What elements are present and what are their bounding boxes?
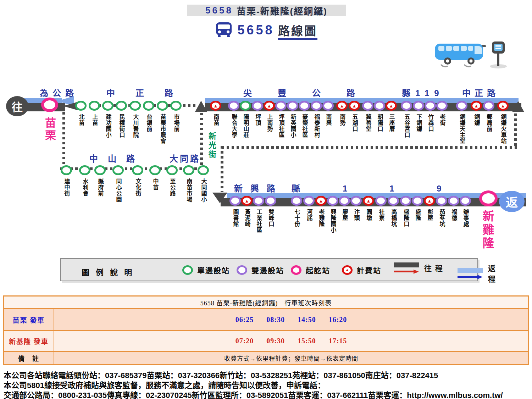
stop-icon (483, 101, 494, 111)
departure-time: 14:50 (298, 316, 316, 324)
station-label: 同心公園 (115, 178, 121, 203)
station-label: 福泰新村 (314, 114, 320, 138)
stop-icon (327, 196, 338, 206)
stop-icon (401, 101, 412, 111)
destination-station-label: 新雞隆 (482, 210, 493, 250)
legend-title: 圖 例 說 明 (82, 266, 134, 277)
station-label: 辦事處 (462, 209, 469, 227)
station-label: 圓墩 (366, 209, 372, 221)
note-label: 備 註 (4, 352, 54, 364)
stop-icon (89, 101, 100, 111)
fare-stop-icon: ▲ (363, 196, 374, 206)
station-label: 廖屋 (342, 209, 348, 221)
stop-icon (61, 165, 72, 175)
departure-time: 16:20 (329, 316, 347, 324)
single-side-stop-icon (182, 265, 193, 275)
return-badge: 返 (499, 191, 525, 212)
connector-arrow-icon (512, 101, 524, 112)
station-label: 銅鑼火車站 (500, 114, 506, 144)
connector-arrow-icon (212, 193, 227, 203)
timetable: 5658 苗栗-新雞隆(經銅鑼) 行車班次時刻表 苗栗 發車 06:2508:3… (3, 295, 529, 365)
note-text: 收費方式→依里程計費；發車時間→依表定時間 (54, 352, 528, 364)
stop-icon (400, 196, 411, 206)
stop-icon (75, 101, 87, 111)
timetable-row-note: 備 註 收費方式→依里程計費；發車時間→依表定時間 (4, 352, 528, 364)
stop-icon (456, 101, 467, 111)
departure-time: 07:20 (235, 337, 254, 345)
stop-icon (374, 101, 385, 111)
stop-icon (311, 101, 322, 111)
station-label: 台銀前 (146, 114, 152, 132)
dotted-route-line (200, 113, 203, 169)
station-label: 水利會 (82, 178, 88, 196)
dotted-route-line (221, 146, 223, 192)
destination-station-marker (479, 190, 498, 206)
station-label: 南勢 (339, 114, 345, 126)
station-label: 大同國小 (200, 178, 206, 203)
origin-station-label: 苗栗 (44, 117, 55, 142)
stop-icon (229, 196, 241, 206)
fare-stop-icon: ▲ (241, 196, 253, 206)
departure-times: 06:2508:3014:5016:20 (54, 309, 528, 330)
station-label: 三座厝 (388, 114, 394, 132)
station-label: 文化街 (135, 178, 141, 196)
stop-icon (157, 101, 168, 111)
stop-icon (460, 196, 471, 206)
stop-icon (132, 165, 143, 175)
footer-line: 交通部公路局：0800-231-035傳真專線：02-23070245新竹區監理… (4, 390, 528, 399)
station-label: 南苗 (213, 114, 219, 126)
departure-times: 07:2009:3015:5017:15 (54, 331, 528, 351)
stop-icon (413, 101, 424, 111)
dotted-route-line (62, 112, 65, 169)
stop-icon (79, 165, 90, 175)
station-label: 坪頂 (255, 114, 261, 126)
station-label: 老雞隆 (318, 209, 324, 227)
road-label: 縣119 (292, 182, 484, 194)
road-label: 中正路 (106, 86, 194, 99)
road-label: 尖豐公路 (243, 86, 381, 99)
stop-icon (291, 196, 302, 206)
station-label: 市場前 (173, 114, 179, 132)
station-label: 五谷宮口 (404, 114, 410, 138)
departure-time: 09:30 (266, 337, 285, 345)
stop-icon (143, 101, 154, 111)
legend-item-fare: ▲ 計費站 (342, 265, 381, 275)
road-label: 中山路 (89, 152, 145, 164)
stop-icon (362, 101, 373, 111)
station-label: 民權街口 (118, 114, 124, 138)
timetable-title: 5658 苗栗-新雞隆(經銅鑼) 行車班次時刻表 (4, 297, 528, 309)
stop-icon (102, 101, 113, 111)
fare-stop-icon: ▲ (342, 265, 353, 275)
legend-item-terminal: 起訖站 (291, 265, 330, 275)
both-sides-stop-icon (237, 265, 247, 275)
fare-stop-icon: ▲ (424, 196, 435, 206)
stop-icon (94, 165, 106, 175)
station-label: 圖書館 (232, 209, 238, 227)
stop-icon (149, 165, 161, 175)
station-label: 聯合大學 (231, 114, 237, 138)
road-label: 中正路 (462, 86, 499, 99)
station-label: 大川醫院 (132, 114, 138, 138)
station-label: 七十份 (294, 209, 300, 227)
station-label: 高橋坑 (390, 209, 397, 227)
departure-time: 15:50 (298, 337, 316, 345)
stop-icon (436, 196, 447, 206)
fare-stop-icon: ▲ (471, 101, 482, 111)
stop-icon (116, 101, 127, 111)
station-label: 盛隆口 (403, 209, 409, 227)
legend-item-single-side: 單邊設站 (182, 265, 230, 275)
station-label: 朝陽口 (377, 114, 383, 132)
station-label: 坪頂社區 (278, 114, 284, 138)
footer-line: 本公司5801線接受政府補貼與旅客監督，服務不滿意之處，請隨時告知以便改善，申訴… (4, 381, 528, 390)
station-label: 社寮 (378, 209, 384, 221)
footer-contact-info: 本公司各站聯絡電話頭份站：037-685379苗栗站：037-320366新竹站… (4, 371, 528, 399)
fare-stop-icon: ▲ (210, 101, 221, 111)
timetable-row-miaoli: 苗栗 發車 06:2508:3014:5016:20 (4, 309, 528, 331)
stop-icon (228, 101, 239, 111)
station-label: 銅鑼天主堂 (459, 114, 465, 144)
station-label: 銅鑼 (473, 114, 480, 126)
station-label: 茄苳坑 (439, 209, 445, 227)
stop-icon (166, 165, 178, 175)
station-label: 彭屋 (427, 209, 433, 221)
station-label: 下銅鑼 (416, 114, 422, 132)
